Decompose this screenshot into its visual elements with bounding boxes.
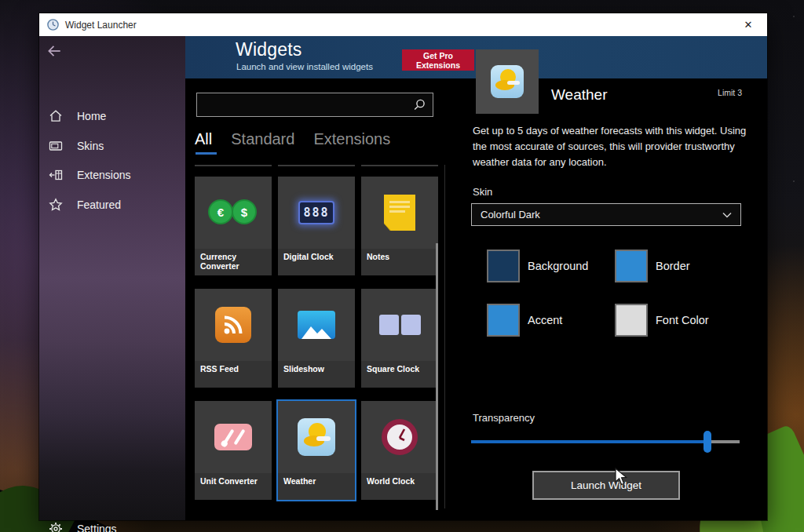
widget-card-digital-clock[interactable]: 888 Digital Clock	[278, 177, 355, 275]
swatch-label: Border	[656, 260, 690, 272]
widget-card-slideshow[interactable]: Slideshow	[278, 289, 355, 388]
tab-standard[interactable]: Standard	[231, 130, 294, 155]
search-input[interactable]	[197, 93, 412, 116]
notes-icon	[384, 195, 415, 231]
widget-card-currency-converter[interactable]: € $ Currency Converter	[195, 177, 272, 275]
sidebar-item-label: Extensions	[77, 169, 130, 181]
sidebar-item-label: Settings	[77, 523, 117, 532]
gear-icon	[49, 522, 63, 532]
chevron-down-icon	[721, 209, 733, 221]
extensions-icon	[49, 168, 63, 182]
mouse-cursor	[615, 468, 628, 486]
currency-converter-icon: € $	[208, 199, 258, 226]
digital-clock-icon: 888	[298, 201, 334, 224]
tab-all[interactable]: All	[195, 130, 212, 155]
swatch-label: Background	[528, 260, 588, 272]
widget-card-label: Unit Converter	[195, 473, 272, 500]
widget-card-weather[interactable]: Weather	[278, 401, 355, 500]
widget-card-world-clock[interactable]: World Clock	[361, 401, 438, 500]
widget-card-label: Currency Converter	[195, 249, 272, 275]
launch-widget-button[interactable]: Launch Widget	[532, 471, 680, 500]
sidebar-item-home[interactable]: Home	[39, 103, 185, 129]
skins-icon	[49, 139, 63, 153]
sidebar-item-featured[interactable]: Featured	[39, 191, 185, 218]
skin-dropdown-value: Colorful Dark	[472, 209, 721, 220]
swatch-label: Font Color	[656, 314, 709, 326]
grid-scrollbar[interactable]	[436, 243, 438, 510]
detail-title: Weather	[551, 86, 607, 104]
page-subtitle: Launch and view installed widgets	[236, 62, 373, 71]
search-icon[interactable]	[412, 98, 426, 112]
widget-card-unit-converter[interactable]: Unit Converter	[195, 401, 272, 500]
home-icon	[49, 109, 63, 123]
transparency-slider-thumb[interactable]	[704, 431, 711, 453]
selected-widget-tile	[476, 49, 539, 114]
scrolled-card-edge	[195, 165, 272, 166]
unit-converter-icon	[214, 424, 252, 450]
back-button[interactable]	[46, 42, 63, 60]
scrolled-card-edge	[278, 165, 355, 166]
widget-card-label: Slideshow	[278, 361, 355, 388]
widget-card-label: RSS Feed	[195, 361, 272, 388]
border-color-swatch[interactable]	[615, 250, 648, 282]
color-option-font-color[interactable]: Font Color	[615, 304, 709, 337]
transparency-slider-fill	[471, 440, 707, 443]
star-icon	[49, 198, 63, 212]
close-button[interactable]: ✕	[737, 19, 759, 31]
sidebar-item-label: Home	[77, 110, 106, 122]
widget-card-square-clock[interactable]: Square Clock	[361, 289, 438, 388]
tab-extensions[interactable]: Extensions	[313, 130, 390, 155]
limit-badge: Limit 3	[660, 88, 742, 97]
window-title: Widget Launcher	[65, 20, 137, 31]
sidebar: Home Skins Extensions Featured Settings	[39, 36, 185, 520]
font-color-swatch[interactable]	[615, 304, 648, 337]
search-box	[196, 93, 433, 117]
sidebar-item-label: Featured	[77, 199, 121, 211]
scrolled-card-edge	[361, 165, 438, 166]
weather-icon	[491, 65, 524, 98]
sidebar-item-skins[interactable]: Skins	[39, 133, 185, 159]
title-bar[interactable]: Widget Launcher ✕	[39, 13, 767, 36]
widget-launcher-window: Widget Launcher ✕ Home Skins Extensions	[39, 13, 767, 520]
world-clock-icon	[382, 419, 418, 455]
swatch-label: Accent	[528, 314, 562, 326]
sidebar-item-settings[interactable]: Settings	[39, 516, 185, 532]
app-icon	[47, 19, 59, 31]
widget-card-label: Digital Clock	[278, 249, 355, 275]
sidebar-item-extensions[interactable]: Extensions	[39, 162, 185, 188]
get-pro-extensions-button[interactable]: Get Pro Extensions	[402, 49, 474, 71]
widget-card-label: Notes	[361, 249, 438, 275]
rss-feed-icon	[215, 307, 251, 343]
widget-card-label: World Clock	[361, 473, 438, 500]
widget-description: Get up to 5 days of weather forecasts wi…	[473, 123, 752, 170]
widget-card-notes[interactable]: Notes	[361, 177, 438, 275]
background-color-swatch[interactable]	[487, 250, 520, 282]
skin-dropdown[interactable]: Colorful Dark	[471, 203, 741, 226]
transparency-slider[interactable]	[471, 440, 740, 443]
accent-color-swatch[interactable]	[487, 304, 520, 337]
square-clock-icon	[379, 315, 421, 335]
page-title: Widgets	[236, 39, 302, 60]
widget-card-label: Square Clock	[361, 361, 438, 388]
sidebar-item-label: Skins	[77, 140, 104, 152]
panel-divider	[444, 165, 445, 508]
color-option-background[interactable]: Background	[487, 250, 588, 282]
widget-card-label: Weather	[278, 473, 355, 500]
transparency-label: Transparency	[473, 412, 535, 424]
widget-card-rss-feed[interactable]: RSS Feed	[195, 289, 272, 388]
weather-icon	[298, 418, 335, 456]
color-option-border[interactable]: Border	[615, 250, 690, 282]
slideshow-icon	[298, 311, 335, 339]
color-option-accent[interactable]: Accent	[487, 304, 562, 337]
tab-bar: All Standard Extensions	[195, 130, 390, 155]
skin-label: Skin	[473, 186, 492, 198]
